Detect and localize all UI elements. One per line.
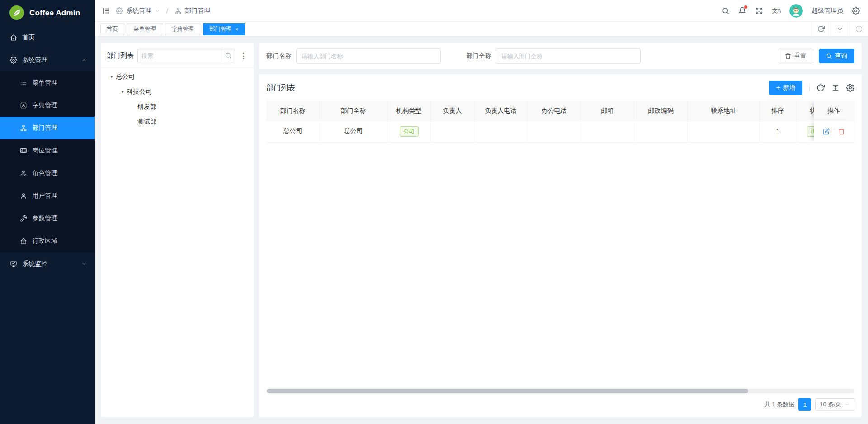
tab-dict-mgmt[interactable]: 字典管理 [165,23,200,35]
sidebar-item-label: 参数管理 [32,214,57,223]
col-postcode: 邮政编码 [634,101,688,120]
add-button[interactable]: + 新增 [769,81,802,95]
caret-down-icon[interactable]: ▾ [118,89,127,94]
trash-icon [785,53,791,59]
wrench-icon [20,215,27,222]
avatar[interactable] [789,4,803,18]
translate-icon[interactable]: 文A [772,7,781,15]
col-office-phone: 办公电话 [528,101,581,120]
spacer [266,143,854,389]
col-actions: 操作 [814,101,854,120]
gear-icon [10,57,17,64]
app-logo[interactable]: Coffee Admin [0,0,95,26]
filter-buttons: 重置 查询 [778,49,854,63]
search-icon[interactable] [722,7,730,15]
tab-dept-mgmt[interactable]: 部门管理 × [203,23,245,35]
table-header-row: 部门名称 部门全称 机构类型 负责人 负责人电话 办公电话 邮箱 邮政编码 联系… [266,101,854,120]
trash-icon [838,128,845,135]
pagination: 共 1 条数据 1 10 条/页 [266,393,854,411]
column-settings-button[interactable] [846,84,854,92]
sidebar-item-dict-mgmt[interactable]: 字典管理 [0,94,95,117]
sidebar-item-system[interactable]: 系统管理 [0,49,95,71]
filter-dept-name: 部门名称 [266,48,441,64]
refresh-tab-button[interactable] [811,22,830,37]
sidebar-item-menu-mgmt[interactable]: 菜单管理 [0,71,95,94]
edit-icon [823,128,830,135]
id-card-icon [20,147,27,154]
close-icon[interactable]: × [235,26,239,32]
divider [834,129,834,134]
maximize-button[interactable] [849,22,868,37]
edit-button[interactable] [823,128,830,135]
col-leader: 负责人 [431,101,474,120]
col-sort: 排序 [760,101,796,120]
chevron-down-icon [836,25,844,33]
app-root: Coffee Admin 首页 系统管理 菜单管理 字典管理 [0,0,868,424]
delete-button[interactable] [838,128,845,135]
filter-bar: 部门名称 部门全称 重置 查询 [259,43,862,69]
col-dept-fullname: 部门全称 [320,101,387,120]
gear-icon [846,84,854,92]
horizontal-scrollbar[interactable] [267,389,854,393]
gear-icon [116,7,123,14]
tab-menu-button[interactable] [830,22,849,37]
cell-sort: 1 [760,120,796,143]
sidebar-item-monitor[interactable]: 系统监控 [0,252,95,275]
tab-menu-mgmt[interactable]: 菜单管理 [127,23,162,35]
reset-button[interactable]: 重置 [778,49,813,63]
sidebar-item-role-mgmt[interactable]: 角色管理 [0,162,95,185]
cell-address [688,120,760,143]
sidebar-collapse-icon[interactable] [102,7,110,15]
row-height-button[interactable] [831,84,840,92]
col-org-type: 机构类型 [387,101,431,120]
sidebar-submenu-system: 菜单管理 字典管理 部门管理 岗位管理 角色管理 [0,71,95,252]
dept-tree-panel: 部门列表 ⋮ ▾ 总公司 ▾ 科技公司 [101,43,254,417]
cell-actions [814,120,854,143]
sidebar-item-home[interactable]: 首页 [0,26,95,49]
sidebar-item-label: 角色管理 [32,169,57,177]
table-row[interactable]: 总公司 总公司 公司 1 正 [266,120,854,143]
caret-down-icon[interactable]: ▾ [108,74,116,79]
page-size-select[interactable]: 10 条/页 [815,398,854,411]
page-1-button[interactable]: 1 [798,398,811,411]
tree-search-button[interactable] [222,49,235,62]
header-actions: 文A 超级管理员 [722,4,860,18]
scrollbar-thumb[interactable] [267,389,748,393]
sidebar-item-region[interactable]: 行政区域 [0,230,95,252]
table-title: 部门列表 [266,83,295,93]
sidebar-item-label: 系统管理 [22,56,47,64]
query-button[interactable]: 查询 [819,49,854,63]
dept-name-input[interactable] [296,48,441,64]
table-refresh-button[interactable] [816,84,825,92]
org-chart-icon [20,124,27,132]
sidebar-item-dept-mgmt[interactable]: 部门管理 [0,117,95,139]
tree-panel-title: 部门列表 [107,52,134,60]
sidebar-item-user-mgmt[interactable]: 用户管理 [0,185,95,207]
tab-home[interactable]: 首页 [100,23,124,35]
maximize-icon [855,25,863,33]
fullscreen-icon[interactable] [755,7,763,15]
sidebar-item-label: 系统监控 [22,260,47,268]
people-icon [20,170,27,177]
tree-search-input[interactable] [137,49,222,62]
col-leader-phone: 负责人电话 [474,101,528,120]
tree-node-tech[interactable]: ▾ 科技公司 [107,84,248,99]
pagination-total: 共 1 条数据 [764,400,794,409]
tree-node-rd[interactable]: 研发部 [107,99,248,114]
dept-fullname-input[interactable] [496,48,641,64]
notifications-button[interactable] [738,7,746,15]
sidebar: Coffee Admin 首页 系统管理 菜单管理 字典管理 [0,0,95,424]
username[interactable]: 超级管理员 [811,7,843,15]
refresh-icon [817,25,825,33]
dept-table: 部门名称 部门全称 机构类型 负责人 负责人电话 办公电话 邮箱 邮政编码 联系… [266,101,854,143]
tree-node-test[interactable]: 测试部 [107,114,248,129]
breadcrumb-parent[interactable]: 系统管理 [116,7,160,15]
tree-more-icon[interactable]: ⋮ [239,52,248,60]
breadcrumb-separator: / [166,7,168,14]
sidebar-item-label: 字典管理 [32,101,57,110]
sidebar-item-post-mgmt[interactable]: 岗位管理 [0,139,95,162]
gear-icon[interactable] [852,7,860,15]
sidebar-item-param-mgmt[interactable]: 参数管理 [0,207,95,230]
tree-node-hq[interactable]: ▾ 总公司 [107,69,248,84]
dept-table-wrap: 部门名称 部门全称 机构类型 负责人 负责人电话 办公电话 邮箱 邮政编码 联系… [266,101,854,143]
